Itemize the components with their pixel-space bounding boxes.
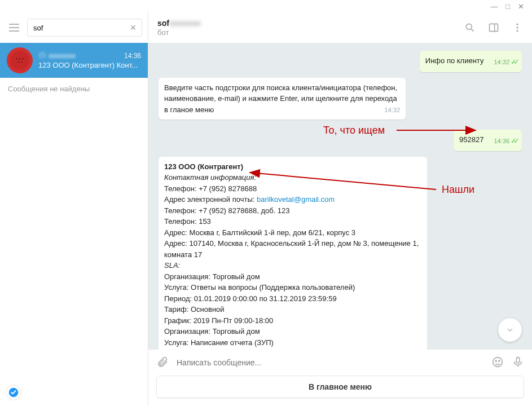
svg-point-6 <box>516 30 518 32</box>
sidebar: × xxxxxxxx 14:36 123 ООО (Контрагент) Ко… <box>0 12 148 406</box>
chat-list-item[interactable]: xxxxxxxx 14:36 123 ООО (Контрагент) Конт… <box>0 43 148 78</box>
svg-rect-14 <box>516 357 520 363</box>
window-minimize-button[interactable]: — <box>490 2 498 11</box>
sla-line: Период: 01.01.2019 0:00:00 по 31.12.2019… <box>164 294 337 303</box>
verified-badge-icon[interactable] <box>7 386 20 399</box>
search-icon[interactable] <box>464 22 476 33</box>
search-input[interactable] <box>27 19 142 37</box>
message-text: Введите часть подстроки для поиска клиен… <box>164 83 397 114</box>
email-label: Адрес электронной почты: <box>164 195 257 204</box>
result-title: 123 ООО (Контрагент) <box>164 162 243 171</box>
contact-header: Контактная информация: <box>164 173 256 182</box>
svg-point-11 <box>493 357 503 367</box>
svg-point-4 <box>516 24 518 25</box>
sla-line: Тариф: Основной <box>164 305 225 314</box>
search-clear-button[interactable]: × <box>127 22 139 33</box>
microphone-icon[interactable] <box>512 356 524 370</box>
chat-preview: 123 ООО (Контрагент) Конт... <box>38 61 141 69</box>
attach-icon[interactable] <box>156 356 169 370</box>
chat-avatar <box>7 47 33 73</box>
message-list: Инфо по клиенту 14:32✓✓ Введите часть по… <box>148 43 532 350</box>
chat-pane: sofxxxxxxxx бот Инфо по клиенту <box>148 12 532 406</box>
svg-point-5 <box>516 27 518 28</box>
svg-line-1 <box>471 29 474 32</box>
svg-point-12 <box>495 360 496 361</box>
message-incoming-result[interactable]: 123 ООО (Контрагент) Контактная информац… <box>159 157 427 350</box>
message-time: 14:36 <box>494 136 509 146</box>
hamburger-menu-button[interactable] <box>6 19 23 36</box>
sla-line: Услуга: Ответы на вопросы (Поддержка пол… <box>164 283 355 292</box>
chat-title[interactable]: sofxxxxxxxx <box>157 19 464 28</box>
address-line: Адрес: 107140, Москва г, Красносельский … <box>164 239 419 259</box>
window-close-button[interactable]: ✕ <box>518 2 524 11</box>
message-time: 14:32 <box>494 58 509 67</box>
sla-line: Услуга: Написание отчета (ЗУП) <box>164 338 274 347</box>
sidebar-toggle-icon[interactable] <box>488 22 499 33</box>
window-maximize-button[interactable]: □ <box>505 2 510 11</box>
message-text: 952827 <box>459 135 483 144</box>
message-text: Инфо по клиенту <box>425 56 484 65</box>
read-ticks-icon: ✓✓ <box>511 56 516 68</box>
phone-line: Телефон: +7 (952) 8278688, доб. 123 <box>164 206 290 215</box>
bot-icon <box>38 52 46 60</box>
chat-subtitle: бот <box>157 28 464 37</box>
sla-line: Организация: Торговый дом <box>164 327 260 336</box>
svg-point-13 <box>499 360 500 361</box>
sla-line: Организация: Торговый дом <box>164 272 260 281</box>
sla-header: SLA: <box>164 261 180 270</box>
chat-header: sofxxxxxxxx бот <box>148 12 532 43</box>
main-menu-button[interactable]: В главное меню <box>156 376 524 398</box>
address-line: Адрес: Москва г, Балтийский 1-й пер, дом… <box>164 228 355 237</box>
messages-not-found-label: Сообщения не найдены <box>0 78 148 100</box>
phone-line: Телефон: 153 <box>164 217 211 226</box>
svg-point-0 <box>466 24 472 29</box>
message-input[interactable] <box>177 358 483 367</box>
message-outgoing[interactable]: 952827 14:36✓✓ <box>454 130 522 151</box>
email-link[interactable]: barilkovetal@gmail.com <box>257 195 335 204</box>
message-incoming[interactable]: Введите часть подстроки для поиска клиен… <box>159 78 406 120</box>
read-ticks-icon: ✓✓ <box>511 135 516 147</box>
chat-time: 14:36 <box>124 52 141 60</box>
chevron-down-icon <box>505 325 515 334</box>
window-titlebar: — □ ✕ <box>0 0 532 12</box>
emoji-icon[interactable] <box>491 356 504 370</box>
phone-line: Телефон: +7 (952) 8278688 <box>164 184 257 193</box>
message-time: 14:32 <box>384 105 400 115</box>
chat-name-blur: xxxxxxxx <box>49 52 76 60</box>
message-outgoing[interactable]: Инфо по клиенту 14:32✓✓ <box>420 51 522 72</box>
sla-line: График: 2019 Пн-Пт 09:00-18:00 <box>164 316 273 325</box>
more-icon[interactable] <box>512 22 523 33</box>
scroll-to-bottom-button[interactable] <box>498 318 522 342</box>
svg-rect-2 <box>490 24 498 31</box>
